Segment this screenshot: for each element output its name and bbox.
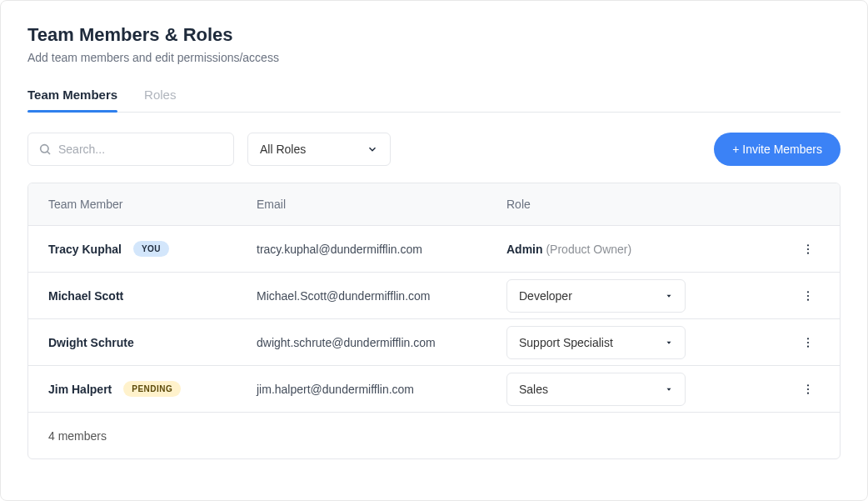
tabs: Team Members Roles — [27, 88, 841, 113]
row-actions-button[interactable] — [796, 331, 820, 354]
member-count: 4 members — [48, 429, 107, 443]
member-name: Jim Halpert — [48, 383, 112, 396]
member-role: Admin (Product Owner) — [506, 243, 778, 256]
page-subtitle: Add team members and edit permissions/ac… — [27, 51, 841, 64]
table-row: Tracy Kuphal YOU tracy.kuphal@dundermiff… — [28, 225, 840, 272]
col-header-name: Team Member — [48, 198, 257, 211]
col-header-role: Role — [506, 198, 778, 211]
svg-marker-9 — [667, 341, 671, 343]
col-header-email: Email — [257, 198, 506, 211]
pending-badge: PENDING — [123, 381, 181, 397]
toolbar: All Roles + Invite Members — [27, 133, 841, 166]
invite-members-button[interactable]: + Invite Members — [714, 133, 841, 166]
table-row: Jim Halpert PENDING jim.halpert@dundermi… — [28, 365, 840, 412]
you-badge: YOU — [133, 241, 169, 257]
svg-point-2 — [807, 244, 809, 246]
svg-marker-5 — [667, 294, 671, 297]
table-header: Team Member Email Role — [28, 183, 840, 225]
svg-line-1 — [47, 152, 50, 154]
more-vertical-icon — [801, 383, 815, 396]
row-actions-button[interactable] — [796, 238, 820, 261]
member-name: Michael Scott — [48, 289, 123, 303]
role-filter-select[interactable]: All Roles — [247, 133, 391, 166]
more-vertical-icon — [801, 336, 815, 349]
caret-down-icon — [665, 338, 673, 347]
role-filter-label: All Roles — [260, 143, 306, 156]
member-email: tracy.kuphal@dundermifflin.com — [257, 243, 506, 256]
more-vertical-icon — [801, 289, 815, 303]
member-email: jim.halpert@dundermifflin.com — [257, 383, 506, 396]
svg-point-14 — [807, 384, 809, 386]
search-field-wrap[interactable] — [27, 133, 234, 166]
svg-marker-13 — [667, 388, 671, 390]
svg-point-3 — [807, 248, 809, 249]
caret-down-icon — [665, 292, 673, 300]
member-email: Michael.Scott@dundermifflin.com — [257, 289, 506, 303]
svg-point-11 — [807, 341, 809, 343]
svg-point-10 — [807, 338, 809, 339]
page-title: Team Members & Roles — [27, 24, 841, 46]
search-icon — [38, 143, 52, 156]
role-select[interactable]: Support Specialist — [506, 326, 686, 359]
svg-point-4 — [807, 252, 809, 253]
tab-team-members[interactable]: Team Members — [27, 88, 117, 112]
svg-point-0 — [41, 145, 48, 153]
member-name: Tracy Kuphal — [48, 243, 122, 256]
role-select-label: Support Specialist — [519, 336, 613, 349]
member-email: dwight.schrute@dundermifflin.com — [257, 336, 506, 349]
members-table: Team Member Email Role Tracy Kuphal YOU … — [27, 183, 841, 459]
role-select[interactable]: Sales — [506, 373, 686, 406]
search-input[interactable] — [58, 143, 223, 156]
svg-point-7 — [807, 294, 809, 296]
table-row: Michael Scott Michael.Scott@dundermiffli… — [28, 272, 840, 318]
chevron-down-icon — [367, 143, 378, 155]
svg-point-12 — [807, 345, 809, 347]
role-select[interactable]: Developer — [506, 279, 686, 313]
role-select-label: Developer — [519, 289, 572, 303]
svg-point-6 — [807, 291, 809, 293]
more-vertical-icon — [801, 243, 815, 256]
table-footer: 4 members — [28, 412, 840, 458]
svg-point-8 — [807, 298, 809, 300]
table-row: Dwight Schrute dwight.schrute@dundermiff… — [28, 318, 840, 365]
role-select-label: Sales — [519, 383, 548, 396]
member-name: Dwight Schrute — [48, 336, 134, 349]
team-members-card: Team Members & Roles Add team members an… — [0, 0, 868, 501]
tab-roles[interactable]: Roles — [144, 88, 176, 112]
svg-point-15 — [807, 388, 809, 389]
svg-point-16 — [807, 392, 809, 393]
row-actions-button[interactable] — [796, 378, 820, 401]
caret-down-icon — [665, 385, 673, 393]
row-actions-button[interactable] — [796, 284, 820, 308]
